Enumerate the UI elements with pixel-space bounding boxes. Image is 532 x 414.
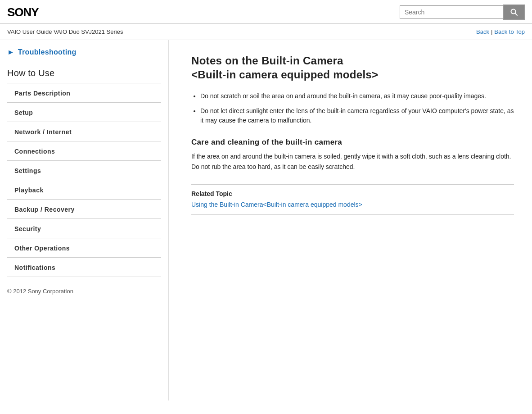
related-bottom-divider bbox=[191, 214, 514, 215]
breadcrumb-links: Back | Back to Top bbox=[476, 28, 525, 35]
sidebar-item-setup[interactable]: Setup bbox=[0, 103, 168, 122]
back-to-top-link[interactable]: Back to Top bbox=[494, 28, 525, 35]
search-icon bbox=[510, 8, 518, 16]
sidebar-item-notifications[interactable]: Notifications bbox=[0, 258, 168, 277]
troubleshooting-arrow-icon: ► bbox=[7, 48, 14, 56]
sidebar-item-network-internet[interactable]: Network / Internet bbox=[0, 122, 168, 141]
search-button[interactable] bbox=[503, 5, 525, 20]
content-area: Notes on the Built-in Camera <Built-in c… bbox=[169, 40, 532, 400]
content-title-line2: <Built-in camera equipped models> bbox=[191, 68, 378, 81]
sidebar-item-security[interactable]: Security bbox=[0, 219, 168, 238]
bullet-1: Do not scratch or soil the area on and a… bbox=[200, 91, 514, 101]
sidebar: ► Troubleshooting How to Use Parts Descr… bbox=[0, 40, 169, 400]
related-top-divider bbox=[191, 184, 514, 185]
sidebar-item-connections[interactable]: Connections bbox=[0, 141, 168, 160]
search-area bbox=[400, 5, 525, 20]
svg-line-1 bbox=[515, 14, 518, 16]
related-topic-link[interactable]: Using the Built-in Camera<Built-in camer… bbox=[191, 201, 362, 208]
breadcrumb-bar: VAIO User Guide VAIO Duo SVJ2021 Series … bbox=[0, 24, 532, 40]
sidebar-item-backup-recovery[interactable]: Backup / Recovery bbox=[0, 200, 168, 218]
search-input[interactable] bbox=[400, 5, 503, 19]
sidebar-item-other-operations[interactable]: Other Operations bbox=[0, 238, 168, 257]
troubleshooting-label: Troubleshooting bbox=[18, 48, 77, 56]
how-to-use-title: How to Use bbox=[0, 62, 168, 83]
sony-logo: SONY bbox=[7, 5, 39, 19]
header: SONY bbox=[0, 0, 532, 24]
main-layout: ► Troubleshooting How to Use Parts Descr… bbox=[0, 40, 532, 400]
back-link[interactable]: Back bbox=[476, 28, 489, 35]
copyright: © 2012 Sony Corporation bbox=[0, 277, 168, 299]
breadcrumb-separator: | bbox=[491, 28, 492, 35]
guide-title: VAIO User Guide VAIO Duo SVJ2021 Series bbox=[7, 28, 123, 35]
content-title: Notes on the Built-in Camera <Built-in c… bbox=[191, 54, 514, 82]
sidebar-item-playback[interactable]: Playback bbox=[0, 180, 168, 199]
content-bullets: Do not scratch or soil the area on and a… bbox=[200, 91, 514, 125]
bullet-2: Do not let direct sunlight enter the len… bbox=[200, 106, 514, 125]
care-heading: Care and cleaning of the built-in camera bbox=[191, 138, 514, 147]
content-title-line1: Notes on the Built-in Camera bbox=[191, 55, 343, 67]
sidebar-item-settings[interactable]: Settings bbox=[0, 161, 168, 180]
related-topic-label: Related Topic bbox=[191, 190, 514, 197]
sidebar-item-parts-description[interactable]: Parts Description bbox=[0, 83, 168, 102]
troubleshooting-section: ► Troubleshooting bbox=[0, 40, 168, 62]
care-paragraph: If the area on and around the built-in c… bbox=[191, 151, 514, 172]
